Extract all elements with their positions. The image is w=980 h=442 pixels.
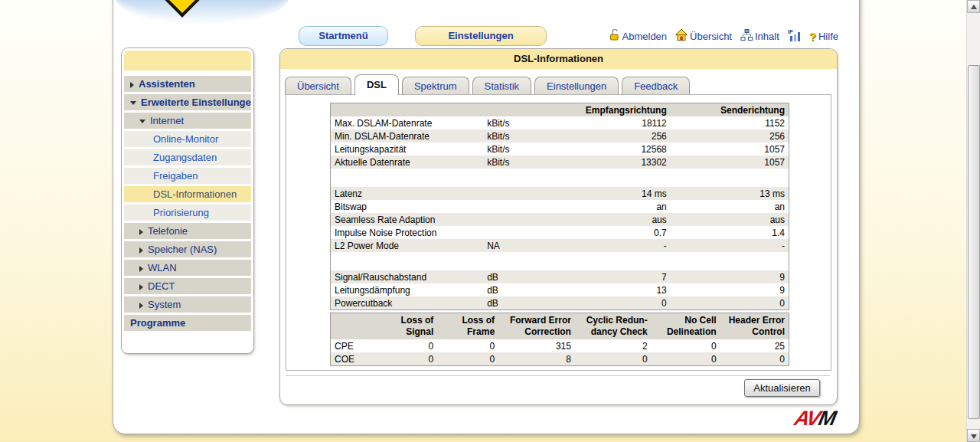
table-row: PowercutbackdB00 bbox=[331, 296, 789, 310]
table-header-row: Empfangsrichtung Senderichtung bbox=[331, 103, 789, 117]
avm-logo: AVM bbox=[792, 407, 838, 431]
sidebar-item-dsl-informationen[interactable]: DSL-Informationen bbox=[124, 186, 251, 202]
table-row: Impulse Noise Protection0.71.4 bbox=[331, 226, 789, 239]
panel-separator bbox=[286, 375, 830, 376]
chevron-right-icon bbox=[139, 284, 143, 290]
scrollbar-thumb[interactable] bbox=[968, 65, 980, 419]
table-row: LeitungskapazitätkBit/s125681057 bbox=[331, 142, 789, 156]
einstellungen-button[interactable]: Einstellungen bbox=[415, 26, 547, 46]
table-row: Max. DSLAM-DatenratekBit/s181121152 bbox=[331, 116, 789, 129]
chevron-right-icon bbox=[139, 229, 143, 235]
page-title: DSL-Informationen bbox=[280, 49, 837, 69]
ip-statistics-icon: IP bbox=[788, 29, 801, 44]
error-counters-table: Loss of Signal Loss of Frame Forward Err… bbox=[330, 313, 789, 366]
table-row: LeitungsdämpfungdB139 bbox=[331, 283, 789, 296]
tab-dsl[interactable]: DSL bbox=[354, 74, 399, 95]
chevron-down-icon bbox=[130, 101, 136, 105]
column-header-error-control: Header Error Control bbox=[720, 313, 789, 340]
overview-link[interactable]: Übersicht bbox=[675, 29, 732, 43]
table-row: COE008000 bbox=[331, 352, 789, 366]
page-background: Startmenü Einstellungen Abmelden Übersic… bbox=[0, 0, 980, 442]
sidebar-item-system[interactable]: System bbox=[124, 296, 251, 313]
scroll-up-icon bbox=[971, 5, 977, 9]
top-links: Abmelden Übersicht Inhalt IP ? Hilfe bbox=[609, 28, 838, 44]
table-row bbox=[331, 169, 789, 187]
content-tabs: Übersicht DSL Spektrum Statistik Einstel… bbox=[285, 75, 690, 95]
sidebar-item-erweiterte-einstellungen[interactable]: Erweiterte Einstellungen bbox=[124, 94, 251, 110]
table-row: Seamless Rate Adaptionausaus bbox=[331, 213, 789, 226]
tab-feedback[interactable]: Feedback bbox=[622, 77, 690, 95]
table-row: CPE003152025 bbox=[331, 339, 789, 352]
chevron-down-icon bbox=[139, 120, 145, 123]
question-mark-icon: ? bbox=[809, 30, 816, 43]
dsl-info-panel: DSL-Informationen Übersicht DSL Spektrum… bbox=[279, 48, 838, 405]
logout-link[interactable]: Abmelden bbox=[609, 29, 668, 43]
dsl-parameters-table: Empfangsrichtung Senderichtung Max. DSLA… bbox=[330, 103, 789, 310]
table-row bbox=[331, 252, 789, 270]
scroll-down-icon bbox=[971, 434, 977, 439]
sidebar-item-speicher-nas[interactable]: Speicher (NAS) bbox=[124, 241, 251, 257]
startmenu-button[interactable]: Startmenü bbox=[299, 26, 388, 46]
sitemap-icon bbox=[740, 29, 753, 44]
sidebar-item-online-monitor[interactable]: Online-Monitor bbox=[124, 131, 251, 147]
help-link[interactable]: ? Hilfe bbox=[809, 30, 838, 43]
chevron-right-icon bbox=[139, 247, 143, 254]
table-row: L2 Power ModeNA-- bbox=[331, 239, 789, 252]
sidebar-item-programme[interactable]: Programme bbox=[124, 315, 251, 331]
column-forward-error-correction: Forward Error Correction bbox=[498, 313, 575, 340]
home-icon bbox=[675, 29, 688, 43]
sidebar-menu: Assistenten Erweiterte Einstellungen Int… bbox=[121, 47, 254, 354]
column-no-cell-delineation: No Cell Delineation bbox=[652, 313, 720, 340]
table-row: Aktuelle DatenratekBit/s133021057 bbox=[331, 156, 789, 169]
table-header-row: Loss of Signal Loss of Frame Forward Err… bbox=[331, 313, 789, 340]
sidebar-item-internet[interactable]: Internet bbox=[124, 113, 251, 129]
sidebar-item-assistenten[interactable]: Assistenten bbox=[124, 76, 251, 92]
sidebar-item-priorisierung[interactable]: Priorisierung bbox=[124, 205, 251, 221]
vertical-scrollbar[interactable] bbox=[966, 0, 980, 442]
chevron-right-icon bbox=[130, 82, 134, 88]
column-cyclic-redundancy-check: Cyclic Redun- dancy Check bbox=[575, 313, 652, 340]
tab-einstellungen[interactable]: Einstellungen bbox=[534, 77, 619, 95]
sidebar-item-dect[interactable]: DECT bbox=[124, 278, 251, 294]
chevron-right-icon bbox=[139, 266, 143, 272]
scroll-up-button[interactable] bbox=[967, 0, 980, 13]
tab-uebersicht[interactable]: Übersicht bbox=[285, 77, 351, 95]
svg-text:IP: IP bbox=[788, 29, 793, 34]
column-loss-of-frame: Loss of Frame bbox=[437, 313, 498, 340]
chevron-right-icon bbox=[139, 303, 143, 309]
column-loss-of-signal: Loss of Signal bbox=[372, 313, 437, 340]
column-empfangsrichtung: Empfangsrichtung bbox=[556, 103, 671, 117]
column-senderichtung: Senderichtung bbox=[671, 103, 789, 117]
padlock-open-icon bbox=[609, 29, 620, 43]
sidebar-item-zugangsdaten[interactable]: Zugangsdaten bbox=[124, 149, 251, 165]
sidebar-item-wlan[interactable]: WLAN bbox=[124, 260, 251, 276]
sidebar-item-freigaben[interactable]: Freigaben bbox=[124, 168, 251, 184]
scroll-down-button[interactable] bbox=[967, 429, 980, 442]
dsl-content-box: Empfangsrichtung Senderichtung Max. DSLA… bbox=[286, 94, 831, 371]
tab-statistik[interactable]: Statistik bbox=[472, 77, 532, 95]
contents-link[interactable]: Inhalt bbox=[740, 29, 779, 44]
sidebar-item-telefonie[interactable]: Telefonie bbox=[124, 223, 251, 239]
table-row: Bitswapanan bbox=[331, 200, 789, 213]
table-row: Signal/RauschabstanddB79 bbox=[331, 270, 789, 283]
ip-statistics-link[interactable]: IP bbox=[788, 29, 801, 44]
sidebar-header-bar bbox=[124, 51, 251, 70]
refresh-button[interactable]: Aktualisieren bbox=[744, 379, 820, 397]
tab-spektrum[interactable]: Spektrum bbox=[402, 77, 469, 95]
table-row: Latenz14 ms13 ms bbox=[331, 187, 789, 200]
table-row: Min. DSLAM-DatenratekBit/s256256 bbox=[331, 129, 789, 142]
